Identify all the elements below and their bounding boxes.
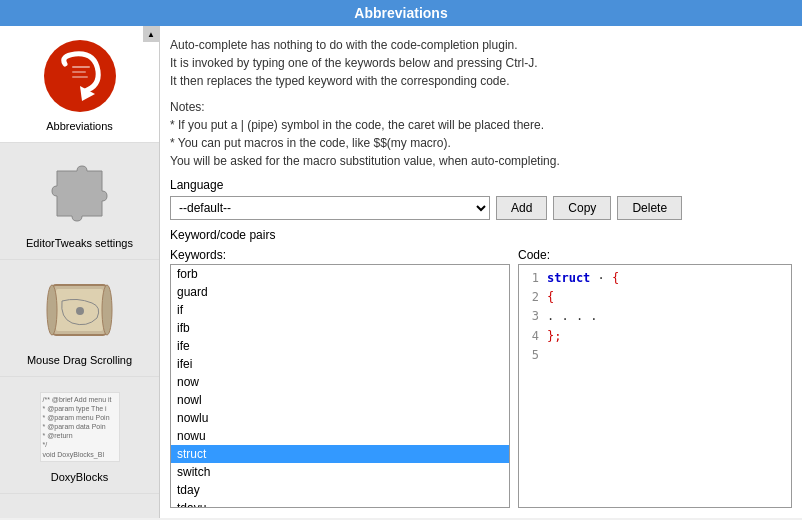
doxy-icon-content: /** @brief Add menu it * @param type The… (40, 392, 120, 462)
note3: You will be asked for the macro substitu… (170, 152, 792, 170)
description: Auto-complete has nothing to do with the… (170, 36, 792, 90)
line-content-1: struct · { (547, 269, 619, 288)
keyword-nowu[interactable]: nowu (171, 427, 509, 445)
code-line-1: 1 struct · { (523, 269, 787, 288)
sidebar-item-editor-tweaks-label: EditorTweaks settings (26, 237, 133, 249)
line-num-2: 2 (523, 288, 547, 307)
desc-line1: Auto-complete has nothing to do with the… (170, 36, 792, 54)
code-line-5: 5 (523, 346, 787, 365)
desc-line3: It then replaces the typed keyword with … (170, 72, 792, 90)
code-line-2: 2 { (523, 288, 787, 307)
pairs-title: Keyword/code pairs (170, 228, 792, 242)
keyword-ifei[interactable]: ifei (171, 355, 509, 373)
keyword-tdayu[interactable]: tdayu (171, 499, 509, 508)
keyword-guard[interactable]: guard (171, 283, 509, 301)
keyword-forb[interactable]: forb (171, 265, 509, 283)
keyword-switch[interactable]: switch (171, 463, 509, 481)
line-content-4: }; (547, 327, 561, 346)
sidebar-item-doxy-blocks[interactable]: /** @brief Add menu it * @param type The… (0, 377, 159, 494)
sidebar-item-doxy-blocks-label: DoxyBlocks (51, 471, 108, 483)
keyword-nowl[interactable]: nowl (171, 391, 509, 409)
notes: Notes: * If you put a | (pipe) symbol in… (170, 98, 792, 170)
language-label: Language (170, 178, 792, 192)
keyword-now[interactable]: now (171, 373, 509, 391)
copy-button[interactable]: Copy (553, 196, 611, 220)
code-line-4: 4 }; (523, 327, 787, 346)
line-content-2: { (547, 288, 554, 307)
line-num-3: 3 (523, 307, 547, 326)
note2: * You can put macros in the code, like $… (170, 134, 792, 152)
sidebar-item-abbreviations[interactable]: Abbreviations (0, 26, 159, 143)
sidebar-item-mouse-drag[interactable]: Mouse Drag Scrolling (0, 260, 159, 377)
notes-title: Notes: (170, 98, 792, 116)
title-bar: Abbreviations (0, 0, 802, 26)
language-row: --default-- C C++ Python Java Add Copy D… (170, 196, 792, 220)
note1: * If you put a | (pipe) symbol in the co… (170, 116, 792, 134)
keyword-ife[interactable]: ife (171, 337, 509, 355)
keyword-struct[interactable]: struct (171, 445, 509, 463)
svg-point-9 (76, 307, 84, 315)
page-title: Abbreviations (354, 5, 447, 21)
doxy-blocks-icon: /** @brief Add menu it * @param type The… (40, 387, 120, 467)
svg-rect-4 (72, 76, 88, 78)
svg-rect-3 (72, 71, 86, 73)
code-editor[interactable]: 1 struct · { 2 { 3 . . . . 4 (518, 264, 792, 508)
keyword-if[interactable]: if (171, 301, 509, 319)
editor-tweaks-icon (40, 153, 120, 233)
keyword-tday[interactable]: tday (171, 481, 509, 499)
add-button[interactable]: Add (496, 196, 547, 220)
abbreviations-icon (40, 36, 120, 116)
content-area: Auto-complete has nothing to do with the… (160, 26, 802, 518)
delete-button[interactable]: Delete (617, 196, 682, 220)
code-label: Code: (518, 248, 792, 262)
keywords-panel: Keywords: forb guard if ifb ife ifei now… (170, 248, 510, 508)
keywords-label: Keywords: (170, 248, 510, 262)
code-panel: Code: 1 struct · { 2 { 3 . . . . (518, 248, 792, 508)
keyword-ifb[interactable]: ifb (171, 319, 509, 337)
svg-point-7 (47, 285, 57, 335)
language-section: Language --default-- C C++ Python Java A… (170, 178, 792, 220)
pairs-section: Keyword/code pairs Keywords: forb guard … (170, 228, 792, 508)
pairs-layout: Keywords: forb guard if ifb ife ifei now… (170, 248, 792, 508)
svg-rect-2 (72, 66, 90, 68)
keywords-list[interactable]: forb guard if ifb ife ifei now nowl nowl… (170, 264, 510, 508)
sidebar: ▲ Abbreviations (0, 26, 160, 518)
line-num-4: 4 (523, 327, 547, 346)
mouse-drag-icon (40, 270, 120, 350)
svg-point-8 (102, 285, 112, 335)
line-content-3: . . . . (547, 307, 598, 326)
sidebar-scroll-up[interactable]: ▲ (143, 26, 159, 42)
main-layout: ▲ Abbreviations (0, 26, 802, 518)
sidebar-item-mouse-drag-label: Mouse Drag Scrolling (27, 354, 132, 366)
line-num-1: 1 (523, 269, 547, 288)
sidebar-item-editor-tweaks[interactable]: EditorTweaks settings (0, 143, 159, 260)
code-line-3: 3 . . . . (523, 307, 787, 326)
line-num-5: 5 (523, 346, 547, 365)
keyword-nowlu[interactable]: nowlu (171, 409, 509, 427)
language-select[interactable]: --default-- C C++ Python Java (170, 196, 490, 220)
desc-line2: It is invoked by typing one of the keywo… (170, 54, 792, 72)
sidebar-item-abbreviations-label: Abbreviations (46, 120, 113, 132)
